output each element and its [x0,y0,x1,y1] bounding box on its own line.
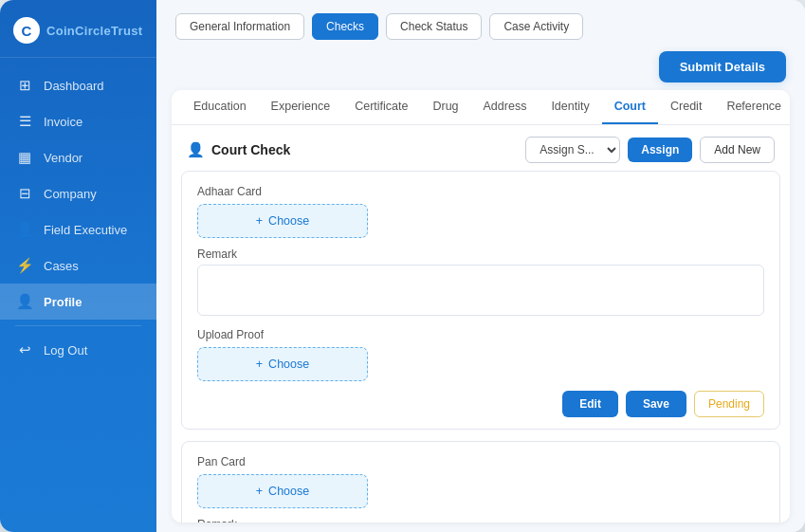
remark-textarea-1[interactable] [197,265,764,316]
tab-certificate[interactable]: Certificate [342,90,420,124]
dashboard-icon: ⊞ [15,77,34,94]
sidebar-item-logout[interactable]: ↩ Log Out [0,332,156,368]
upload-proof-choose-button[interactable]: + Choose [197,347,368,381]
cases-icon: ⚡ [15,257,34,274]
checks-button[interactable]: Checks [312,13,378,40]
pan-choose-button[interactable]: + Choose [197,474,368,508]
sidebar-item-profile[interactable]: 👤 Profile [0,284,156,320]
profile-icon: 👤 [15,293,34,310]
sidebar-nav: ⊞ Dashboard ☰ Invoice ▦ Vendor ⊟ Company… [0,58,156,532]
sidebar-item-dashboard[interactable]: ⊞ Dashboard [0,67,156,103]
section-actions: Assign S... Assign Add New [525,137,775,163]
logout-icon: ↩ [15,341,34,358]
adhaar-choose-button[interactable]: + Choose [197,204,368,238]
section-title: 👤 Court Check [187,141,290,158]
sidebar-item-dashboard-label: Dashboard [44,79,104,93]
tab-court[interactable]: Court [602,90,658,124]
pan-choose-label: Choose [268,485,309,498]
tab-drug[interactable]: Drug [420,90,470,124]
invoice-icon: ☰ [15,113,34,130]
plus-icon-3: + [256,485,263,498]
sidebar-item-invoice-label: Invoice [44,115,82,129]
sidebar-item-field-executive[interactable]: 👤 Field Executive [0,211,156,248]
card-1-actions: Edit Save Pending [197,391,764,417]
pan-card-section: Pan Card + Choose Remark [181,441,780,523]
upload-proof-choose-label: Choose [268,358,309,371]
tab-education[interactable]: Education [181,90,259,124]
content-area: Education Experience Certificate Drug Ad… [172,90,790,523]
sidebar-item-company[interactable]: ⊟ Company [0,175,156,211]
logo-icon: C [13,17,40,44]
general-information-button[interactable]: General Information [175,13,304,40]
sidebar-item-field-executive-label: Field Executive [44,223,127,237]
pan-card-label: Pan Card [197,455,764,468]
scroll-area: Adhaar Card + Choose Remark Upload Proof… [172,171,790,523]
sidebar-item-company-label: Company [44,187,97,201]
plus-icon-2: + [256,358,263,371]
assign-button[interactable]: Assign [628,138,692,162]
assign-select[interactable]: Assign S... [525,137,620,163]
tab-credit[interactable]: Credit [658,90,714,124]
sidebar-item-vendor-label: Vendor [44,151,82,165]
plus-icon: + [256,214,263,228]
main-content: General Information Checks Check Status … [156,0,805,532]
upload-proof-label: Upload Proof [197,328,764,341]
sidebar-divider [15,325,141,326]
submit-bar: Submit Details [156,47,805,90]
section-header: 👤 Court Check Assign S... Assign Add New [172,125,790,171]
sidebar-item-cases[interactable]: ⚡ Cases [0,248,156,284]
vendor-icon: ▦ [15,149,34,166]
tabs-row: Education Experience Certificate Drug Ad… [172,90,790,125]
add-new-button[interactable]: Add New [700,137,775,163]
tab-experience[interactable]: Experience [259,90,343,124]
edit-button-1[interactable]: Edit [562,391,618,417]
pending-button-1[interactable]: Pending [694,391,764,417]
remark-label-2: Remark [197,518,764,523]
logo-area: C CoinCircleTrust [0,0,156,58]
submit-details-button[interactable]: Submit Details [659,51,786,83]
tab-reference[interactable]: Reference [714,90,790,124]
adhaar-card-section: Adhaar Card + Choose Remark Upload Proof… [181,171,780,430]
sidebar-item-invoice[interactable]: ☰ Invoice [0,103,156,139]
adhaar-card-label: Adhaar Card [197,185,764,198]
court-check-title: Court Check [211,142,290,157]
tab-address[interactable]: Address [471,90,540,124]
check-status-button[interactable]: Check Status [386,13,482,40]
sidebar-item-vendor[interactable]: ▦ Vendor [0,139,156,175]
save-button-1[interactable]: Save [626,391,686,417]
case-activity-button[interactable]: Case Activity [489,13,583,40]
logo-text: CoinCircleTrust [46,24,142,38]
field-executive-icon: 👤 [15,221,34,238]
sidebar: C CoinCircleTrust ⊞ Dashboard ☰ Invoice … [0,0,156,532]
court-check-icon: 👤 [187,141,205,158]
company-icon: ⊟ [15,185,34,202]
sidebar-logout-label: Log Out [44,343,87,358]
adhaar-choose-label: Choose [268,214,309,228]
remark-label-1: Remark [197,248,764,261]
sidebar-item-profile-label: Profile [44,295,82,309]
tab-identity[interactable]: Identity [539,90,601,124]
top-bar: General Information Checks Check Status … [156,0,805,47]
sidebar-item-cases-label: Cases [44,259,79,273]
